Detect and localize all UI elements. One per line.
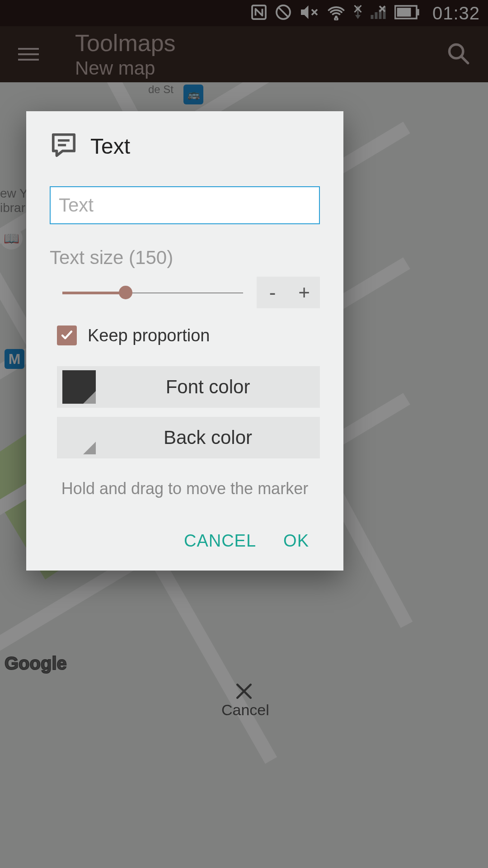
size-label: Text size (150) — [50, 247, 320, 269]
ok-button[interactable]: OK — [283, 531, 309, 551]
cancel-button[interactable]: CANCEL — [184, 531, 256, 551]
slider-thumb[interactable] — [119, 286, 132, 299]
size-label-prefix: Text size ( — [50, 247, 135, 268]
text-dialog: Text Text size (150) - + Keep proportion… — [26, 111, 343, 571]
dialog-header: Text — [50, 131, 320, 161]
back-color-swatch — [62, 421, 96, 454]
size-value: 150 — [135, 247, 167, 268]
font-color-button[interactable]: Font color — [57, 366, 320, 408]
back-color-label: Back color — [96, 427, 320, 448]
font-color-label: Font color — [96, 376, 320, 398]
stepper: - + — [257, 277, 320, 308]
size-slider[interactable] — [62, 283, 243, 302]
font-color-swatch — [62, 370, 96, 404]
increase-button[interactable]: + — [288, 277, 320, 308]
text-input[interactable] — [50, 186, 320, 224]
dialog-title: Text — [90, 134, 130, 159]
hint-text: Hold and drag to move the marker — [50, 479, 320, 498]
dialog-actions: CANCEL OK — [50, 531, 320, 557]
keep-proportion-label: Keep proportion — [88, 326, 210, 345]
decrease-button[interactable]: - — [257, 277, 288, 308]
check-icon — [60, 329, 74, 342]
text-icon — [50, 131, 78, 161]
keep-proportion-checkbox[interactable] — [57, 326, 77, 345]
back-color-button[interactable]: Back color — [57, 417, 320, 458]
size-section: Text size (150) - + — [50, 247, 320, 308]
size-label-suffix: ) — [167, 247, 173, 268]
keep-proportion-row[interactable]: Keep proportion — [50, 326, 320, 345]
